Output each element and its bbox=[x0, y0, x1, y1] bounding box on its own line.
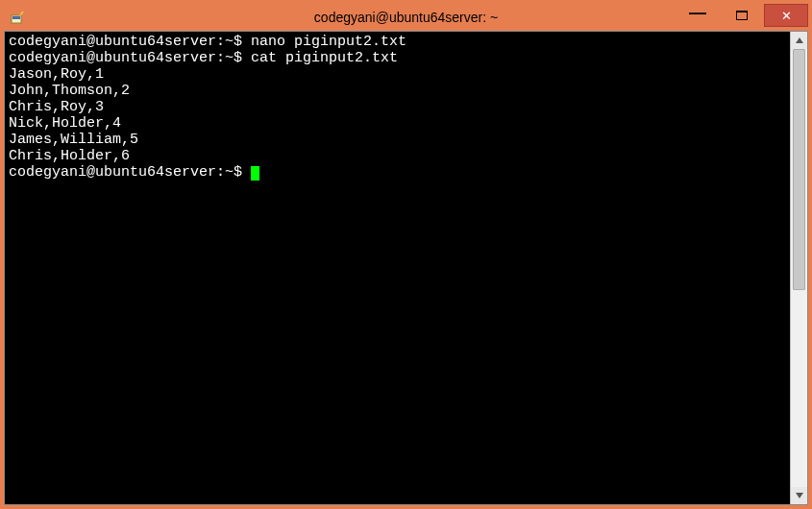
output-line: John,Thomson,2 bbox=[9, 83, 786, 99]
output-line: James,William,5 bbox=[9, 132, 786, 148]
terminal-area: codegyani@ubuntu64server:~$ nano piginpu… bbox=[4, 31, 808, 505]
output-line: Chris,Roy,3 bbox=[9, 99, 786, 115]
scroll-down-arrow[interactable] bbox=[791, 487, 807, 504]
prompt-line: codegyani@ubuntu64server:~$ nano piginpu… bbox=[9, 34, 786, 50]
scrollbar[interactable] bbox=[790, 32, 807, 504]
terminal-output[interactable]: codegyani@ubuntu64server:~$ nano piginpu… bbox=[5, 32, 790, 504]
prompt-line: codegyani@ubuntu64server:~$ cat piginput… bbox=[9, 50, 786, 66]
scroll-track[interactable] bbox=[791, 49, 807, 487]
prompt-line: codegyani@ubuntu64server:~$ bbox=[9, 164, 786, 181]
cursor bbox=[251, 166, 259, 181]
scroll-up-arrow[interactable] bbox=[791, 32, 807, 49]
svg-marker-5 bbox=[796, 37, 803, 43]
output-line: Chris,Holder,6 bbox=[9, 148, 786, 164]
titlebar[interactable]: codegyani@ubuntu64server: ~ — ✕ bbox=[4, 4, 808, 31]
output-line: Jason,Roy,1 bbox=[9, 66, 786, 83]
scroll-thumb[interactable] bbox=[793, 49, 805, 290]
output-line: Nick,Holder,4 bbox=[9, 115, 786, 132]
terminal-window: codegyani@ubuntu64server: ~ — ✕ codegyan… bbox=[4, 4, 808, 505]
svg-marker-6 bbox=[796, 493, 803, 498]
window-title: codegyani@ubuntu64server: ~ bbox=[4, 10, 808, 25]
